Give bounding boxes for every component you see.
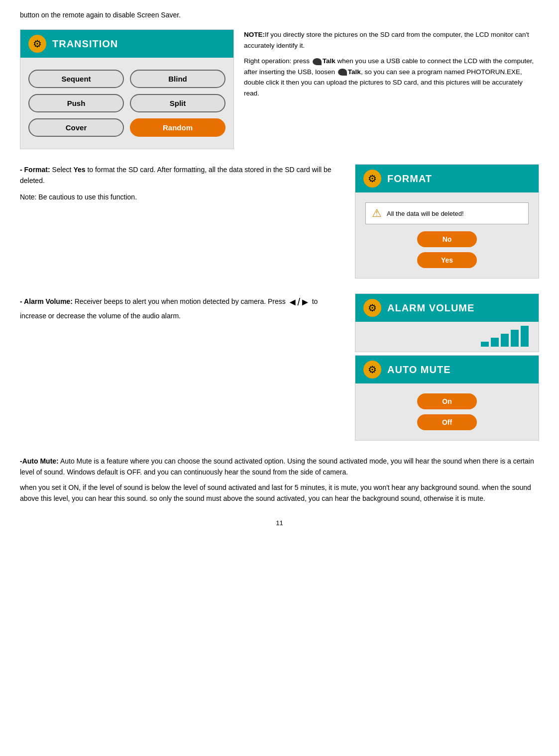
left-right-arrows-icon: ◄/►	[288, 296, 310, 307]
random-button[interactable]: Random	[130, 118, 225, 137]
alarm-text: - Alarm Volume: Receiver beeps to alert …	[20, 293, 345, 322]
format-description: - Format: Select Yes to format the SD ca…	[20, 164, 345, 187]
warning-icon: ⚠	[372, 207, 382, 220]
note-text: NOTE:If you directly store the pictures …	[244, 29, 539, 51]
format-body: ⚠ All the data will be deleted! No Yes	[355, 192, 539, 278]
note-text1: If you directly store the pictures on th…	[244, 31, 529, 49]
blind-button[interactable]: Blind	[130, 70, 225, 88]
page-number: 11	[20, 519, 539, 527]
split-button[interactable]: Split	[130, 94, 225, 112]
bar-4	[511, 330, 519, 347]
cover-button[interactable]: Cover	[28, 118, 124, 137]
format-yes-inline: Yes	[73, 166, 85, 174]
automute-text-section: -Auto Mute: Auto Mute is a feature where…	[20, 456, 539, 504]
bar-1	[481, 342, 489, 347]
transition-header: ⚙ TRANSITION	[20, 30, 233, 58]
auto-mute-title: AUTO MUTE	[387, 364, 451, 376]
transition-title: TRANSITION	[52, 38, 118, 50]
push-button[interactable]: Push	[28, 94, 124, 112]
sequent-button[interactable]: Sequent	[28, 70, 124, 88]
off-button[interactable]: Off	[417, 414, 477, 430]
yes-button[interactable]: Yes	[417, 252, 477, 268]
note-box: NOTE:If you directly store the pictures …	[244, 29, 539, 149]
note-text2: Right operation: press Talk when you use…	[244, 56, 539, 98]
on-button[interactable]: On	[417, 393, 477, 409]
format-title: FORMAT	[387, 173, 432, 185]
format-note: Note: Be cautious to use this function.	[20, 191, 345, 202]
auto-mute-body: On Off	[355, 383, 539, 440]
no-button[interactable]: No	[417, 231, 477, 247]
format-panel: ⚙ FORMAT ⚠ All the data will be deleted!…	[355, 164, 539, 279]
gear-icon-mute: ⚙	[363, 361, 381, 378]
auto-mute-panel: ⚙ AUTO MUTE On Off	[355, 355, 539, 441]
talk-label-2: Talk	[348, 68, 361, 76]
volume-bars	[481, 326, 529, 347]
format-section: - Format: Select Yes to format the SD ca…	[20, 164, 539, 279]
gear-icon-alarm: ⚙	[363, 299, 381, 317]
alarm-label: - Alarm Volume:	[20, 297, 73, 305]
bar-3	[501, 334, 509, 347]
gear-icon: ⚙	[28, 35, 46, 53]
automute-description-1: -Auto Mute: Auto Mute is a feature where…	[20, 456, 539, 478]
gear-icon-format: ⚙	[363, 170, 381, 188]
automute-label: -Auto Mute:	[20, 457, 59, 465]
top-text: button on the remote again to disable Sc…	[20, 10, 539, 20]
alarm-description: - Alarm Volume: Receiver beeps to alert …	[20, 293, 345, 322]
format-label: - Format:	[20, 166, 50, 174]
format-header: ⚙ FORMAT	[355, 165, 539, 192]
note-label: NOTE:	[244, 31, 265, 38]
alarm-section: - Alarm Volume: Receiver beeps to alert …	[20, 293, 539, 441]
talk-icon-2	[338, 69, 347, 76]
automute-text1: Auto Mute is a feature where you can cho…	[20, 457, 534, 476]
transition-section: ⚙ TRANSITION Sequent Blind Push Split Co…	[20, 29, 539, 149]
alarm-volume-header: ⚙ ALARM VOLUME	[355, 294, 539, 322]
format-buttons: No Yes	[365, 231, 529, 268]
auto-mute-header: ⚙ AUTO MUTE	[355, 356, 539, 383]
transition-body: Sequent Blind Push Split Cover Random	[20, 58, 233, 149]
alarm-volume-title: ALARM VOLUME	[387, 302, 474, 314]
format-select-text: Select	[52, 166, 74, 174]
alarm-volume-body	[355, 322, 539, 352]
bar-5	[521, 326, 529, 347]
bar-2	[491, 338, 499, 347]
warning-text: All the data will be deleted!	[387, 210, 464, 217]
talk-label-1: Talk	[323, 57, 335, 65]
alarm-volume-panel: ⚙ ALARM VOLUME	[355, 293, 539, 352]
automute-description-2: when you set it ON, if the level of soun…	[20, 482, 539, 504]
talk-icon-1	[313, 58, 322, 65]
format-text: - Format: Select Yes to format the SD ca…	[20, 164, 345, 202]
transition-panel: ⚙ TRANSITION Sequent Blind Push Split Co…	[20, 29, 234, 149]
alarm-right-panels: ⚙ ALARM VOLUME ⚙ AUTO MUTE O	[355, 293, 539, 441]
warning-bar: ⚠ All the data will be deleted!	[365, 202, 529, 224]
